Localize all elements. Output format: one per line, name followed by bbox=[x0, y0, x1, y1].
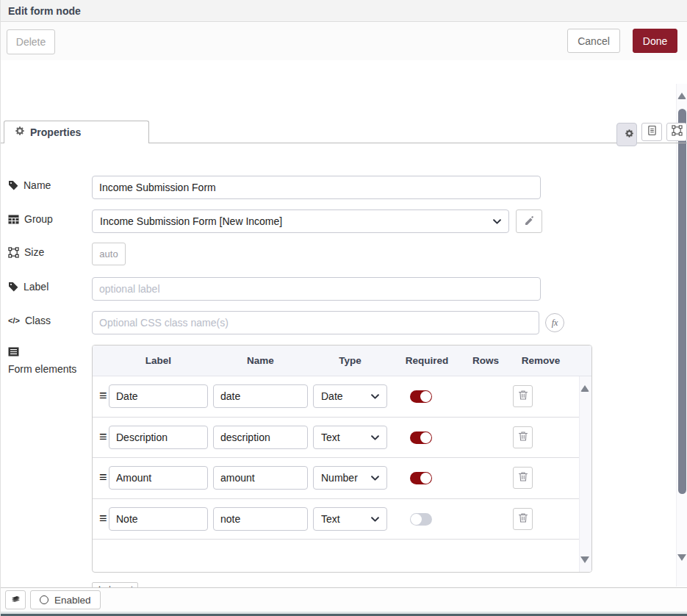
label-input[interactable] bbox=[92, 277, 541, 301]
form-element-row: ≡ Text bbox=[93, 418, 580, 459]
element-label-input[interactable] bbox=[109, 466, 208, 490]
name-input[interactable] bbox=[92, 176, 541, 199]
book-icon bbox=[10, 594, 21, 606]
scroll-up-icon[interactable] bbox=[580, 385, 589, 392]
edit-form-node-dialog: Edit form node Delete Cancel Done Proper… bbox=[0, 0, 687, 616]
gear-icon bbox=[15, 126, 25, 139]
dialog-toolbar: Delete Cancel Done bbox=[1, 23, 687, 60]
table-icon bbox=[8, 215, 19, 224]
enabled-label: Enabled bbox=[54, 595, 91, 606]
class-input[interactable] bbox=[92, 311, 539, 334]
required-toggle[interactable] bbox=[410, 390, 432, 403]
trash-icon bbox=[518, 390, 528, 403]
dialog-header: Edit form node bbox=[1, 0, 687, 22]
element-type-select[interactable]: Text bbox=[313, 426, 387, 449]
tag-icon bbox=[8, 180, 18, 190]
toggle-knob bbox=[411, 514, 422, 525]
gear-icon bbox=[625, 129, 634, 140]
element-label-input[interactable] bbox=[109, 426, 208, 449]
chevron-down-icon bbox=[371, 472, 379, 484]
chevron-down-icon bbox=[493, 215, 501, 227]
form-elements-table: Label Name Type Required Rows Remove ≡ D… bbox=[92, 345, 592, 573]
form-element-row: ≡ Date bbox=[93, 376, 580, 418]
element-type-value: Date bbox=[321, 390, 343, 402]
group-select[interactable]: Income Submission Form [New Income] bbox=[92, 209, 509, 233]
column-header: Remove bbox=[513, 345, 569, 376]
code-icon: </> bbox=[8, 316, 20, 325]
size-auto-button[interactable]: auto bbox=[92, 243, 126, 265]
toggle-knob bbox=[420, 391, 431, 402]
delete-button[interactable]: Delete bbox=[7, 29, 55, 54]
chevron-down-icon bbox=[371, 513, 379, 525]
node-status-circle-icon bbox=[40, 595, 48, 604]
appearance-tab-button[interactable] bbox=[666, 123, 687, 141]
element-type-value: Text bbox=[321, 513, 340, 525]
properties-tab-button[interactable] bbox=[616, 123, 637, 146]
trash-icon bbox=[518, 471, 528, 484]
element-label-input[interactable] bbox=[109, 384, 208, 408]
document-icon bbox=[647, 125, 657, 139]
tag-icon bbox=[8, 282, 18, 292]
column-header: Rows bbox=[456, 345, 515, 376]
tab-properties[interactable]: Properties bbox=[4, 121, 149, 143]
element-label-input[interactable] bbox=[109, 507, 208, 531]
fx-badge-icon[interactable]: fx bbox=[545, 313, 564, 332]
element-type-select[interactable]: Text bbox=[313, 507, 387, 531]
scroll-down-icon[interactable] bbox=[580, 556, 589, 563]
toggle-knob bbox=[420, 473, 431, 484]
element-type-value: Number bbox=[321, 472, 358, 484]
class-field-label: </> Class bbox=[8, 315, 51, 326]
element-name-input[interactable] bbox=[213, 466, 308, 490]
label-field-label: Label bbox=[8, 281, 48, 293]
node-help-button[interactable] bbox=[5, 590, 26, 609]
column-header: Required bbox=[394, 345, 460, 376]
cancel-button[interactable]: Cancel bbox=[567, 29, 620, 53]
element-type-select[interactable]: Date bbox=[313, 384, 387, 408]
properties-panel: Name Group Income Submission Form [New I… bbox=[1, 83, 687, 587]
drag-handle[interactable]: ≡ bbox=[99, 511, 107, 526]
form-element-row: ≡ Number bbox=[93, 458, 580, 499]
group-select-value: Income Submission Form [New Income] bbox=[100, 215, 282, 227]
element-type-select[interactable]: Number bbox=[313, 466, 387, 490]
form-elements-label: Form elements bbox=[8, 345, 84, 377]
required-toggle[interactable] bbox=[410, 472, 432, 484]
scroll-up-icon[interactable] bbox=[677, 93, 686, 99]
element-name-input[interactable] bbox=[213, 507, 308, 531]
column-header: Label bbox=[109, 345, 208, 376]
remove-row-button[interactable] bbox=[513, 426, 533, 448]
form-element-row: ≡ Text bbox=[93, 499, 580, 540]
bounding-box-icon bbox=[672, 125, 683, 139]
element-name-input[interactable] bbox=[213, 426, 308, 449]
trash-icon bbox=[518, 431, 528, 444]
panel-scrollbar[interactable] bbox=[676, 84, 687, 587]
dialog-footer: Enabled bbox=[1, 587, 687, 612]
drag-handle[interactable]: ≡ bbox=[99, 429, 107, 444]
required-toggle[interactable] bbox=[410, 431, 432, 444]
table-scrollbar[interactable] bbox=[579, 376, 591, 572]
list-icon bbox=[8, 347, 19, 357]
edit-group-button[interactable] bbox=[516, 209, 542, 233]
tab-bar: Properties bbox=[1, 60, 687, 83]
column-header: Type bbox=[313, 345, 387, 376]
remove-row-button[interactable] bbox=[513, 385, 533, 407]
remove-row-button[interactable] bbox=[513, 508, 533, 530]
remove-row-button[interactable] bbox=[513, 467, 533, 489]
drag-handle[interactable]: ≡ bbox=[99, 470, 107, 484]
enabled-toggle-button[interactable]: Enabled bbox=[30, 590, 101, 609]
drag-handle[interactable]: ≡ bbox=[99, 388, 107, 403]
size-icon bbox=[8, 247, 19, 258]
toggle-knob bbox=[420, 432, 431, 443]
pencil-icon bbox=[524, 215, 534, 228]
group-field-label: Group bbox=[8, 213, 53, 225]
description-tab-button[interactable] bbox=[641, 123, 662, 141]
tab-properties-label: Properties bbox=[30, 126, 81, 138]
element-type-value: Text bbox=[321, 431, 340, 443]
table-header-row: Label Name Type Required Rows Remove bbox=[93, 345, 591, 376]
scrollbar-thumb[interactable] bbox=[678, 109, 686, 494]
column-header: Name bbox=[213, 345, 308, 376]
scroll-down-icon[interactable] bbox=[677, 554, 686, 561]
trash-icon bbox=[518, 512, 528, 526]
element-name-input[interactable] bbox=[213, 384, 308, 408]
required-toggle[interactable] bbox=[410, 513, 432, 526]
done-button[interactable]: Done bbox=[633, 29, 677, 53]
